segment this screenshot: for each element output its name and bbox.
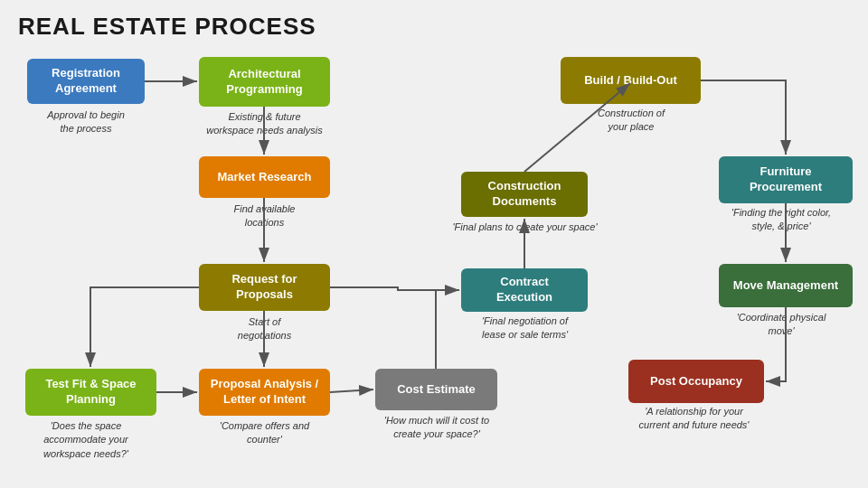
desc-test-fit: 'Does the spaceaccommodate yourworkspace… [14, 419, 158, 461]
desc-build: Construction ofyour place [559, 107, 703, 135]
box-furniture: FurnitureProcurement [719, 156, 853, 203]
box-contract-execution: ContractExecution [461, 268, 588, 312]
box-cost-estimate: Cost Estimate [375, 369, 497, 410]
desc-move: 'Coordinate physicalmove' [708, 311, 854, 339]
desc-cost-estimate: 'How much will it cost tocreate your spa… [364, 414, 509, 442]
box-proposal-analysis: Proposal Analysis /Letter of Intent [199, 369, 330, 416]
desc-construction: 'Final plans to create your space' [450, 221, 599, 234]
svg-line-6 [330, 389, 373, 392]
box-arch-prog: ArchitecturalProgramming [199, 57, 330, 107]
box-post-occupancy: Post Occupancy [628, 360, 764, 403]
desc-arch-prog: Existing & futureworkspace needs analysi… [194, 110, 335, 138]
desc-post: 'A relationship for yourcurrent and futu… [615, 405, 773, 433]
desc-market: Find availablelocations [194, 202, 335, 230]
box-market-research: Market Research [199, 156, 330, 198]
box-move-mgmt: Move Management [719, 264, 853, 307]
desc-proposal-analysis: 'Compare offers andcounter' [194, 419, 335, 447]
desc-furniture: 'Finding the right color,style, & price' [708, 206, 854, 234]
box-construction-docs: ConstructionDocuments [461, 172, 588, 217]
desc-registration: Approval to beginthe process [18, 108, 154, 136]
box-build-out: Build / Build-Out [561, 57, 701, 104]
desc-proposals: Start ofnegotiations [194, 315, 335, 343]
page-title: REAL ESTATE PROCESS [18, 13, 316, 41]
box-registration: RegistrationAgreement [27, 59, 145, 104]
box-test-fit: Test Fit & SpacePlanning [25, 369, 156, 416]
box-request-proposals: Request forProposals [199, 264, 330, 311]
desc-contract: 'Final negotiation oflease or sale terms… [450, 314, 599, 343]
